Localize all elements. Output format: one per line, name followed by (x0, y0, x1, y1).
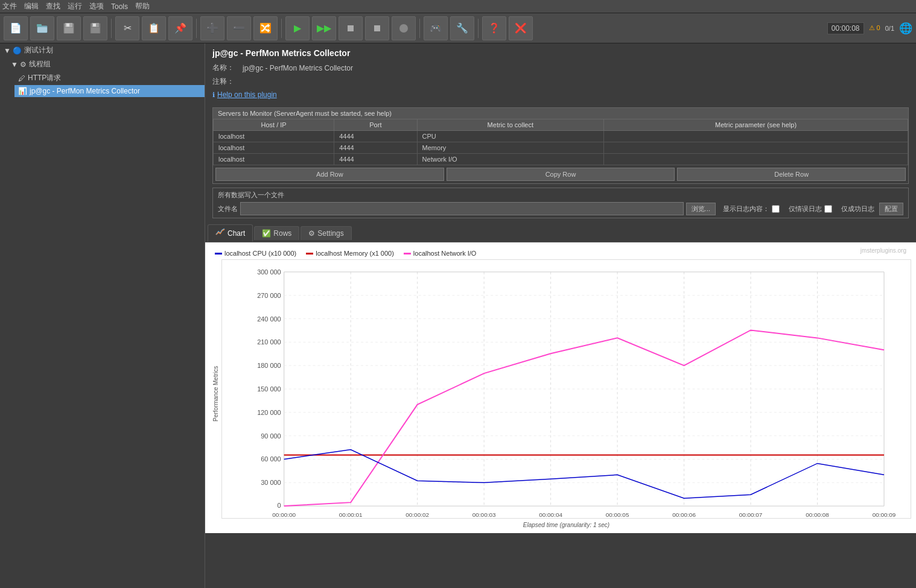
row1-metric: CPU (417, 131, 603, 142)
chart-inner: 300 000 270 000 240 000 210 000 180 000 … (221, 259, 911, 528)
menu-options[interactable]: 选项 (89, 1, 104, 11)
row2-param (604, 142, 908, 154)
sidebar-item-label-http: HTTP请求 (28, 73, 61, 83)
add-row-button[interactable]: Add Row (215, 168, 444, 181)
error-log-checkbox[interactable] (772, 205, 780, 213)
sidebar-item-threadgroup[interactable]: ▼ ⚙ 线程组 (7, 57, 205, 71)
help-button[interactable]: ❓ (482, 16, 506, 40)
stop2-button[interactable]: ⏹ (365, 16, 389, 40)
copy-row-button[interactable]: Copy Row (447, 168, 675, 181)
menu-file[interactable]: 文件 (2, 1, 17, 11)
table-row[interactable]: localhost 4444 Memory (214, 142, 908, 154)
perfmon-icon: 📊 (18, 87, 27, 95)
svg-text:00:00:04: 00:00:04 (539, 511, 562, 518)
delete-row-button[interactable]: Delete Row (677, 168, 906, 181)
jmx-button[interactable]: 🎮 (424, 16, 448, 40)
start-button[interactable]: ▶ (285, 16, 310, 40)
file-browse-button[interactable]: 浏览... (686, 203, 716, 215)
save-template-button[interactable] (57, 16, 81, 40)
name-value: jp@gc - PerfMon Metrics Collector (243, 64, 353, 72)
toolbar-sep2 (196, 19, 197, 38)
servers-table: Host / IP Port Metric to collect Metric … (213, 119, 908, 165)
menu-run[interactable]: 运行 (68, 1, 82, 11)
stop-button[interactable]: ⏹ (339, 16, 363, 40)
table-row[interactable]: localhost 4444 Network I/O (214, 154, 908, 165)
file-input[interactable] (240, 202, 684, 215)
sidebar-item-label-testplan: 测试计划 (24, 45, 53, 55)
open-button[interactable] (30, 16, 54, 40)
comment-row: 注释： (212, 77, 909, 87)
legend-cpu: localhost CPU (x10 000) (215, 250, 296, 257)
elapsed-time: 00:00:08 (827, 22, 864, 34)
legend-network: localhost Network I/O (404, 250, 477, 257)
help-row: ℹ Help on this plugin (212, 90, 909, 99)
save-button[interactable] (83, 16, 107, 40)
sidebar-sub-tree: 🖊 HTTP请求 📊 jp@gc - PerfMon Metrics Colle… (7, 71, 205, 97)
tab-rows[interactable]: ✅ Rows (254, 226, 299, 240)
servers-section-header: Servers to Monitor (ServerAgent must be … (213, 108, 908, 119)
tab-chart[interactable]: Chart (208, 224, 253, 242)
sidebar-item-testplan[interactable]: ▼ 🔵 测试计划 (0, 43, 205, 57)
sidebar: ▼ 🔵 测试计划 ▼ ⚙ 线程组 🖊 HTTP请求 📊 jp@gc - Perf… (0, 43, 205, 588)
svg-text:00:00:00: 00:00:00 (272, 511, 296, 518)
table-row[interactable]: localhost 4444 CPU (214, 131, 908, 142)
svg-text:270 000: 270 000 (257, 292, 281, 299)
row2-metric: Memory (417, 142, 603, 154)
svg-rect-1 (37, 24, 42, 27)
main-layout: ▼ 🔵 测试计划 ▼ ⚙ 线程组 🖊 HTTP请求 📊 jp@gc - Perf… (0, 43, 916, 588)
tab-settings[interactable]: ⚙ Settings (301, 226, 351, 240)
svg-text:0: 0 (278, 502, 281, 509)
menu-help[interactable]: 帮助 (135, 1, 150, 11)
menu-tools[interactable]: Tools (111, 2, 128, 11)
file-label: 文件名 (218, 204, 238, 213)
row2-host: localhost (214, 142, 334, 154)
svg-text:120 000: 120 000 (257, 409, 281, 416)
settings-tab-icon: ⚙ (308, 229, 315, 238)
file-section-title: 所有数据写入一个文件 (218, 191, 903, 200)
content-area: jp@gc - PerfMon Metrics Collector 名称： jp… (205, 43, 916, 588)
svg-text:00:00:02: 00:00:02 (406, 511, 429, 518)
svg-rect-6 (65, 28, 73, 33)
svg-text:240 000: 240 000 (257, 315, 281, 323)
svg-rect-2 (37, 27, 47, 33)
locale-button[interactable]: 🌐 (899, 22, 912, 35)
menu-edit[interactable]: 编辑 (24, 1, 39, 11)
servers-section: Servers to Monitor (ServerAgent must be … (212, 107, 909, 184)
menu-bar: 文件 编辑 查找 运行 选项 Tools 帮助 (0, 0, 916, 13)
svg-text:60 000: 60 000 (261, 455, 281, 463)
expand-button[interactable]: ➕ (200, 16, 224, 40)
svg-rect-9 (93, 24, 96, 27)
start-no-pause-button[interactable]: ▶▶ (312, 16, 336, 40)
cpu-legend-dot (215, 253, 222, 254)
sidebar-item-http[interactable]: 🖊 HTTP请求 (14, 71, 205, 85)
memory-legend-dot (306, 253, 313, 254)
record-button[interactable] (392, 16, 416, 40)
new-button[interactable]: 📄 (4, 16, 28, 40)
copy-button[interactable]: 📋 (142, 16, 166, 40)
collapse-button[interactable]: ➖ (227, 16, 251, 40)
comment-label: 注释： (212, 77, 243, 87)
toggle-button[interactable]: 🔀 (253, 16, 278, 40)
toolbar: 📄 ✂ 📋 📌 ➕ ➖ 🔀 ▶ ▶▶ ⏹ ⏹ 🎮 🔧 ❓ ❌ 00:00:08 … (0, 13, 916, 43)
paste-button[interactable]: 📌 (168, 16, 192, 40)
help-link[interactable]: Help on this plugin (217, 90, 277, 99)
rows-tab-icon: ✅ (262, 229, 271, 238)
config-button[interactable]: 配置 (879, 203, 903, 215)
svg-text:00:00:03: 00:00:03 (472, 511, 496, 518)
plugin-title: jp@gc - PerfMon Metrics Collector (212, 48, 909, 58)
chart-watermark: jmsterplugins.org (860, 247, 906, 254)
sidebar-item-perfmon[interactable]: 📊 jp@gc - PerfMon Metrics Collector (14, 85, 205, 97)
menu-find[interactable]: 查找 (46, 1, 60, 11)
plugin-button[interactable]: ❌ (509, 16, 533, 40)
chart-wrapper: Performance Metrics (210, 259, 911, 528)
row1-param (604, 131, 908, 142)
error-log-label: 仅情误日志 (789, 204, 822, 213)
name-label: 名称： (212, 63, 243, 73)
toolbar-sep3 (281, 19, 282, 38)
success-log-label: 仅成功日志 (841, 204, 874, 213)
tools-button[interactable]: 🔧 (450, 16, 474, 40)
cut-button[interactable]: ✂ (115, 16, 139, 40)
success-log-checkbox[interactable] (824, 205, 832, 213)
network-legend-label: localhost Network I/O (413, 250, 477, 257)
svg-text:210 000: 210 000 (257, 338, 281, 346)
